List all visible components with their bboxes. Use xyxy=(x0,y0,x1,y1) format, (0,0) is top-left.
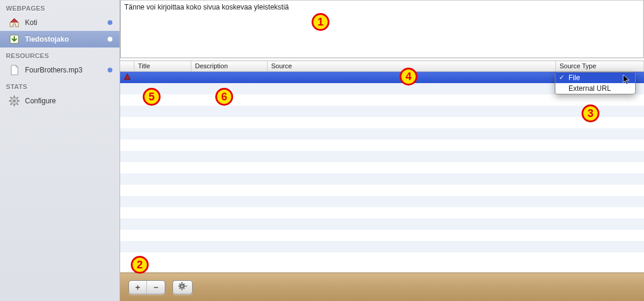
table-body xyxy=(120,72,644,273)
table-row[interactable] xyxy=(120,151,644,162)
table-row[interactable] xyxy=(120,185,644,196)
table-header: Title Description Source Source Type xyxy=(120,61,644,72)
svg-line-9 xyxy=(11,104,12,105)
svg-line-20 xyxy=(184,284,184,284)
svg-line-10 xyxy=(17,97,18,99)
table-header-title[interactable]: Title xyxy=(134,61,191,71)
table-header-status[interactable] xyxy=(120,61,134,71)
sidebar-item-label: Koti xyxy=(25,18,37,27)
gear-icon xyxy=(8,95,20,107)
gear-icon xyxy=(178,281,187,293)
checkmark-icon: ✓ xyxy=(559,74,564,81)
table-row[interactable] xyxy=(120,241,644,252)
sidebar: WEBPAGES Koti Tiedostojako RESOURCES Fou… xyxy=(0,0,120,301)
table-row[interactable] xyxy=(120,173,644,185)
table-row[interactable] xyxy=(120,162,644,173)
dropdown-option-label: External URL xyxy=(568,84,611,93)
table-row[interactable] xyxy=(120,128,644,140)
app-window: WEBPAGES Koti Tiedostojako RESOURCES Fou… xyxy=(0,0,644,301)
download-icon xyxy=(8,33,20,45)
svg-line-7 xyxy=(11,97,12,99)
add-button[interactable]: + xyxy=(129,281,147,294)
svg-point-12 xyxy=(181,286,183,287)
minus-icon: − xyxy=(153,283,158,292)
table-row[interactable] xyxy=(120,230,644,241)
table-header-source[interactable]: Source xyxy=(268,61,556,71)
dropdown-option-file[interactable]: ✓ File xyxy=(555,72,635,83)
file-icon xyxy=(8,64,20,76)
svg-line-19 xyxy=(180,288,180,289)
sidebar-item-koti[interactable]: Koti xyxy=(0,14,120,31)
home-icon xyxy=(8,17,20,28)
svg-line-18 xyxy=(184,288,184,289)
table-row[interactable] xyxy=(120,196,644,207)
sidebar-item-configure[interactable]: Configure xyxy=(0,93,120,109)
svg-point-2 xyxy=(13,100,15,102)
page-description-text: Tänne voi kirjoittaa koko sivua koskevaa… xyxy=(124,3,289,11)
sidebar-item-label: Tiedostojako xyxy=(25,35,69,43)
status-dot-icon xyxy=(108,20,112,25)
status-dot-icon xyxy=(108,37,112,42)
sidebar-item-fourbrothers[interactable]: FourBrothers.mp3 xyxy=(0,62,120,78)
row-status-cell xyxy=(120,73,134,82)
status-dot-icon xyxy=(108,68,112,72)
table-row[interactable] xyxy=(120,140,644,151)
source-type-dropdown[interactable]: ✓ File External URL xyxy=(555,72,636,94)
action-menu-button[interactable] xyxy=(172,280,193,294)
table-row[interactable] xyxy=(120,94,644,106)
bottom-toolbar: + − xyxy=(120,273,644,301)
table-header-source-type[interactable]: Source Type xyxy=(556,61,644,71)
add-remove-buttonset: + − xyxy=(128,280,165,294)
svg-line-17 xyxy=(180,284,180,284)
sidebar-heading-stats: STATS xyxy=(0,78,120,93)
svg-line-8 xyxy=(17,104,18,105)
remove-button[interactable]: − xyxy=(147,281,165,294)
plus-icon: + xyxy=(135,283,140,292)
main-area: Tänne voi kirjoittaa koko sivua koskevaa… xyxy=(120,0,644,301)
table-row[interactable] xyxy=(120,117,644,128)
sidebar-item-label: FourBrothers.mp3 xyxy=(25,66,83,74)
table-row[interactable] xyxy=(120,207,644,218)
warning-icon xyxy=(124,73,131,82)
table-row[interactable] xyxy=(120,252,644,264)
sidebar-item-tiedostojako[interactable]: Tiedostojako xyxy=(0,31,120,47)
sidebar-heading-webpages: WEBPAGES xyxy=(0,0,120,14)
page-description-textarea[interactable]: Tänne voi kirjoittaa koko sivua koskevaa… xyxy=(120,0,644,58)
table-row[interactable] xyxy=(120,218,644,230)
dropdown-option-label: File xyxy=(568,74,580,82)
sidebar-heading-resources: RESOURCES xyxy=(0,47,120,62)
sidebar-item-label: Configure xyxy=(25,97,56,105)
table-row[interactable] xyxy=(120,106,644,117)
dropdown-option-external-url[interactable]: External URL xyxy=(555,83,635,94)
table-header-description[interactable]: Description xyxy=(191,61,268,71)
file-table: Title Description Source Source Type xyxy=(120,61,644,273)
